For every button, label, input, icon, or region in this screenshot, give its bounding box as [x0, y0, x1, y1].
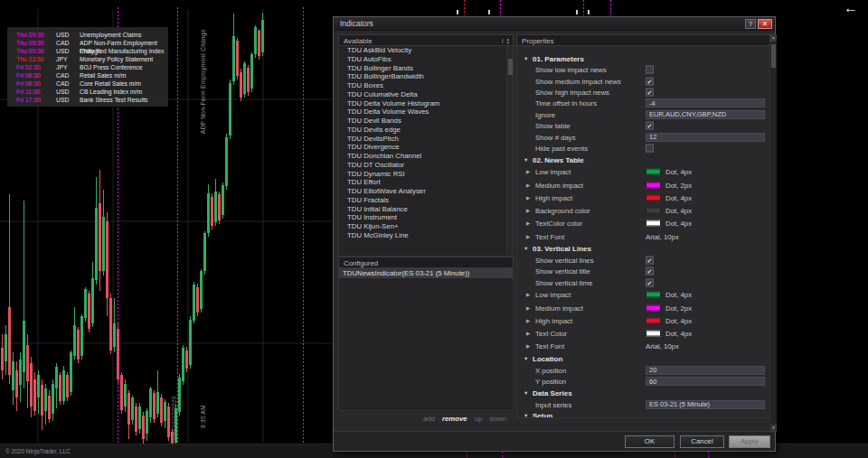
indicator-list-item[interactable]: TDU Kijun-Sen+ [339, 222, 513, 231]
indicator-list-item[interactable]: TDU Dynamic RSI [339, 170, 513, 179]
section-collapse-icon[interactable]: ▼ [524, 413, 528, 418]
indicator-list-item[interactable]: TDU Fractals [339, 196, 513, 205]
section-header[interactable]: ▼Location [517, 353, 769, 365]
font-value[interactable]: Arial, 10px [646, 342, 679, 351]
indicator-list-item[interactable]: TDU Effort [339, 178, 513, 187]
color-swatch[interactable] [646, 220, 661, 227]
indicator-list-item[interactable]: TDU AutoFibs [339, 55, 513, 64]
add-button[interactable]: add [423, 415, 435, 423]
expand-icon[interactable]: ▶ [526, 195, 530, 201]
property-row: ▶Text FontArial, 10px [517, 230, 769, 243]
apply-button[interactable]: Apply [729, 435, 770, 448]
indicator-list-item[interactable]: TDU Initial Balance [339, 205, 513, 214]
text-input[interactable] [646, 366, 765, 375]
color-swatch[interactable] [646, 208, 661, 214]
color-swatch[interactable] [646, 169, 661, 175]
checkbox[interactable]: ✔ [646, 278, 654, 286]
checkbox[interactable]: ✔ [646, 267, 654, 276]
expand-icon[interactable]: ▶ [526, 182, 530, 188]
color-swatch[interactable] [646, 182, 661, 188]
indicator-list-item[interactable]: TDU AskBid Velocity [339, 46, 513, 55]
close-icon[interactable]: ✕ [758, 19, 772, 29]
font-value[interactable]: Arial, 10px [646, 232, 679, 240]
available-header: Available i ▲▼ [338, 34, 514, 46]
expand-icon[interactable]: ▶ [526, 343, 530, 349]
section-collapse-icon[interactable]: ▼ [524, 356, 528, 361]
expand-icon[interactable]: ▶ [526, 305, 530, 311]
back-arrow-icon[interactable]: ← [844, 0, 858, 16]
section-collapse-icon[interactable]: ▼ [524, 157, 528, 163]
indicator-list-item[interactable]: TDU Devils edge [339, 126, 513, 135]
checkbox[interactable] [646, 66, 654, 74]
news-time: Thu 23:50 [16, 55, 56, 63]
property-label: Y position [535, 378, 566, 386]
indicator-list-item[interactable]: TDU BollingerBandwidth [339, 72, 513, 81]
scrollbar-thumb[interactable] [508, 59, 513, 75]
text-input[interactable] [646, 400, 765, 409]
remove-button[interactable]: remove [442, 415, 467, 423]
indicator-list-item[interactable]: TDU Divergence [339, 143, 513, 152]
expand-icon[interactable]: ▶ [526, 318, 530, 323]
available-scrollbar[interactable] [506, 46, 513, 255]
color-swatch[interactable] [646, 304, 661, 311]
indicator-list-item[interactable]: TDU Delta Volume Waves [339, 107, 513, 117]
checkbox[interactable]: ✔ [646, 257, 654, 265]
indicator-list-item[interactable]: TDU Bollinger Bands [339, 64, 513, 73]
section-collapse-icon[interactable]: ▼ [524, 246, 528, 251]
section-collapse-icon[interactable]: ▼ [524, 56, 528, 61]
section-header[interactable]: ▼02. News Table [517, 154, 769, 165]
expand-icon[interactable]: ▶ [526, 292, 530, 297]
indicator-list-item[interactable]: TDU Donchian Channel [339, 152, 513, 161]
properties-scrollbar[interactable]: ▲ ▼ [770, 34, 777, 432]
expand-icon[interactable]: ▶ [526, 220, 530, 226]
section-header[interactable]: ▼01. Parameters [517, 52, 769, 64]
color-swatch[interactable] [646, 317, 661, 323]
color-swatch[interactable] [646, 292, 661, 298]
indicator-list-item[interactable]: TDU McGinley Line [339, 231, 513, 240]
indicator-list-item[interactable]: TDU DevilsPitch [339, 135, 513, 144]
up-button[interactable]: up [475, 415, 483, 423]
expand-icon[interactable]: ▶ [526, 169, 530, 174]
scrollbar-thumb[interactable] [771, 44, 776, 68]
property-row: Hide past events [517, 143, 769, 154]
indicator-list-item[interactable]: TDU Delta Volume Histogram [339, 99, 513, 108]
indicator-list-item[interactable]: TDU Instrument [339, 213, 513, 222]
news-row: Fri 08:30CADRetail Sales m/m [7, 71, 168, 79]
swatch-value: Dot, 4px [665, 207, 692, 215]
section-header[interactable]: ▼03. Vertical Lines [517, 243, 769, 255]
text-input[interactable] [646, 98, 765, 107]
text-input[interactable] [646, 377, 765, 386]
expand-icon[interactable]: ▶ [526, 331, 530, 336]
down-button[interactable]: down [489, 415, 506, 423]
cancel-button[interactable]: Cancel [680, 435, 724, 448]
ok-button[interactable]: OK [625, 435, 675, 448]
scroll-spinner-icon[interactable]: ▲▼ [506, 38, 510, 45]
section-collapse-icon[interactable]: ▼ [524, 390, 528, 396]
news-line-stub [675, 452, 675, 458]
indicator-list-item[interactable]: TDU ElliotWave Analyser [339, 187, 513, 196]
section-header[interactable]: ▼Data Series [517, 387, 769, 398]
configured-item-selected[interactable]: TDUNewsIndicator(ES 03-21 (5 Minute)) [339, 268, 513, 278]
scroll-up-icon[interactable]: ▲ [770, 34, 777, 42]
color-swatch[interactable] [646, 194, 661, 201]
dialog-titlebar[interactable]: Indicators ? ✕ [334, 17, 775, 31]
text-input[interactable] [646, 110, 765, 119]
section-header[interactable]: ▼Setup [517, 410, 769, 418]
checkbox[interactable] [646, 144, 654, 152]
indicator-list-item[interactable]: TDU Devil Bands [339, 117, 513, 126]
checkbox[interactable]: ✔ [646, 122, 654, 130]
indicator-list-item[interactable]: TDU DT Oscillator [339, 161, 513, 170]
text-input[interactable] [646, 133, 765, 142]
expand-icon[interactable]: ▶ [526, 234, 530, 239]
indicator-list-item[interactable]: TDU Boxes [339, 81, 513, 90]
expand-icon[interactable]: ▶ [526, 208, 530, 213]
checkbox[interactable]: ✔ [646, 88, 654, 96]
indicator-list-item[interactable]: TDU Culumative Delta [339, 90, 513, 99]
checkbox[interactable]: ✔ [646, 77, 654, 85]
help-icon[interactable]: ? [745, 19, 756, 29]
property-row: ▶Background colorDot, 4px [517, 204, 769, 217]
section-title: 03. Vertical Lines [533, 245, 591, 253]
news-row: Fri 11:00USDCB Leading Index m/m [7, 88, 168, 96]
property-label: Text Font [535, 232, 564, 240]
color-swatch[interactable] [646, 331, 661, 337]
